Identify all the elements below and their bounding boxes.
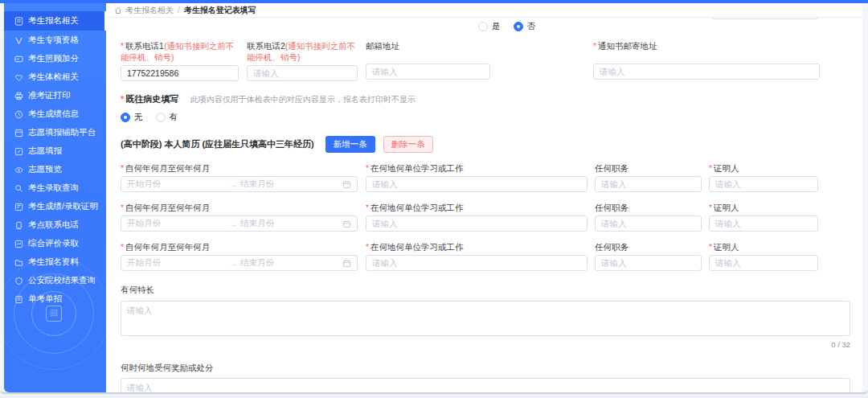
exam-icon (14, 295, 23, 304)
phone-icon (14, 221, 23, 230)
place-input[interactable] (366, 176, 588, 192)
duty-input[interactable] (595, 255, 702, 271)
sidebar-item-admission-ticket-print[interactable]: 准考证打印 (4, 87, 106, 105)
sidebar-item-admission-query[interactable]: 考生录取查询 (4, 179, 106, 197)
breadcrumb-section[interactable]: 考生报名相关 (125, 5, 174, 16)
sidebar-item-label: 志愿填报辅助平台 (28, 127, 96, 138)
sidebar-item-volunteer-assist-platform[interactable]: 志愿填报辅助平台 (4, 124, 106, 142)
sidebar-item-registration-materials[interactable]: 考生报名资料 (4, 253, 106, 271)
medical-radio-none[interactable] (121, 113, 130, 122)
sidebar-item-bonus-points[interactable]: 考生照顾加分 (4, 50, 106, 68)
period-label: 自何年何月至何年何月 (121, 162, 358, 174)
medical-radio-group: 无 有 (121, 112, 862, 123)
fill-icon (14, 147, 23, 156)
duty-input[interactable] (595, 176, 702, 192)
delete-row-button[interactable]: 删除一条 (383, 136, 433, 153)
email-input[interactable] (366, 64, 490, 80)
duty-input[interactable] (595, 215, 702, 232)
phone2-field: 联系电话2(通知书接到之前不能停机、销号) (247, 40, 358, 81)
duty-label: 任何职务 (595, 202, 702, 213)
sidebar-item-score-admission-certificate[interactable]: 考生成绩/录取证明 (4, 198, 106, 215)
sidebar-item-label: 考生成绩/录取证明 (28, 201, 98, 212)
date-range-picker[interactable]: 开始月份 → 结束月份 (121, 255, 358, 271)
sidebar-item-label: 志愿预览 (28, 164, 62, 175)
place-input[interactable] (366, 255, 588, 271)
top-radio-yes[interactable] (478, 22, 488, 31)
awards-textarea[interactable] (121, 378, 850, 392)
specialty-label: 有何特长 (121, 284, 862, 295)
sidebar-item-label: 考生成绩信息 (28, 109, 79, 120)
sidebar-item-single-exam[interactable]: 单考单招 (4, 290, 106, 308)
medical-radio-have[interactable] (156, 113, 166, 122)
place-input[interactable] (366, 215, 588, 232)
phone2-input[interactable] (247, 65, 358, 81)
add-row-button[interactable]: 新增一条 (326, 136, 375, 153)
date-range-picker[interactable]: 开始月份 → 结束月份 (121, 215, 358, 232)
place-label: 在何地何单位学习或工作 (366, 202, 588, 213)
resume-row: 自何年何月至何年何月 开始月份 → 结束月份 在何地何单位学习或工作 任何职务 (121, 202, 862, 232)
score-icon (14, 110, 23, 119)
health-icon (14, 73, 23, 82)
phone1-input[interactable] (121, 65, 239, 81)
sidebar: 考生报名相关 考生专项资格 考生照顾加分 考生体检相关 准考证打印 考生成绩信息… (4, 3, 106, 392)
duty-label: 任何职务 (595, 241, 702, 252)
resume-row: 自何年何月至何年何月 开始月份 → 结束月份 在何地何单位学习或工作 任何职务 (121, 241, 862, 271)
sidebar-item-physical-exam[interactable]: 考生体检相关 (4, 68, 106, 86)
sidebar-item-police-college-result[interactable]: 公安院校结果查询 (4, 272, 106, 289)
query-icon (14, 184, 23, 193)
medical-history-section: 既往病史填写 此项内容仅用于体检表中的对应内容显示，报名表打印时不显示 无 有 (121, 91, 862, 123)
print-icon (14, 92, 23, 101)
witness-label: 证明人 (709, 162, 818, 174)
form-icon (14, 17, 23, 26)
sidebar-item-special-qualification[interactable]: 考生专项资格 (4, 31, 106, 49)
email-label: 邮箱地址 (366, 40, 490, 61)
sidebar-item-test-center-phone[interactable]: 考点联系电话 (4, 216, 106, 234)
sidebar-item-comprehensive-evaluation[interactable]: 综合评价录取 (4, 235, 106, 252)
resume-title: (高中阶段) 本人简历 (应往届生只填高中三年经历) (121, 138, 314, 150)
main-panel: 是 否 考生报名相关 / 考生报名登记表填写 是 否 (106, 3, 862, 392)
sidebar-item-label: 考生体检相关 (28, 72, 79, 83)
place-label: 在何地何单位学习或工作 (366, 241, 588, 252)
duty-label: 任何职务 (595, 162, 702, 174)
sidebar-item-label: 单考单招 (28, 293, 62, 305)
sidebar-item-volunteer-fill[interactable]: 志愿填报 (4, 142, 106, 160)
contact-row: 联系电话1(通知书接到之前不能停机、销号) 联系电话2(通知书接到之前不能停机、… (121, 40, 862, 81)
witness-input[interactable] (709, 255, 818, 271)
specialty-textarea[interactable] (121, 301, 850, 336)
sidebar-item-label: 考生报名相关 (28, 15, 79, 27)
witness-label: 证明人 (709, 241, 818, 252)
sidebar-item-score-info[interactable]: 考生成绩信息 (4, 105, 106, 123)
sidebar-item-label: 考生照顾加分 (28, 53, 79, 64)
sidebar-item-label: 考生专项资格 (28, 35, 79, 46)
breadcrumb-current: 考生报名登记表填写 (184, 5, 256, 16)
range-arrow-icon: → (229, 259, 237, 268)
mail-address-input[interactable] (593, 64, 820, 80)
material-icon (14, 258, 23, 267)
preview-icon (14, 166, 23, 174)
police-icon (14, 277, 23, 285)
date-range-picker[interactable]: 开始月份 → 结束月份 (121, 176, 358, 192)
sidebar-item-volunteer-preview[interactable]: 志愿预览 (4, 161, 106, 178)
witness-input[interactable] (709, 176, 818, 192)
bonus-icon (14, 55, 23, 64)
top-radio-no[interactable] (514, 22, 523, 31)
form-content: 是 否 联系电话1(通知书接到之前不能停机、销号) 联系电话2(通知书接到之前不… (106, 21, 862, 392)
calendar-icon (342, 180, 351, 189)
place-label: 在何地何单位学习或工作 (366, 162, 588, 174)
resume-row: 自何年何月至何年何月 开始月份 → 结束月份 在何地何单位学习或工作 任何职务 (121, 162, 862, 192)
range-arrow-icon: → (229, 180, 237, 189)
qualification-icon (14, 36, 23, 45)
breadcrumb: 考生报名相关 / 考生报名登记表填写 (106, 3, 862, 18)
home-icon (114, 6, 122, 14)
period-label: 自何年何月至何年何月 (121, 202, 358, 213)
calendar-icon (342, 259, 351, 268)
witness-label: 证明人 (709, 202, 818, 213)
phone1-field: 联系电话1(通知书接到之前不能停机、销号) (121, 40, 239, 81)
sidebar-item-label: 考生报名资料 (28, 256, 79, 268)
platform-icon (14, 129, 23, 137)
awards-section: 何时何地受何奖励或处分 0 / 64 (121, 362, 862, 392)
sidebar-item-label: 综合评价录取 (28, 238, 79, 249)
sidebar-item-registration[interactable]: 考生报名相关 (4, 11, 106, 31)
witness-input[interactable] (709, 215, 818, 232)
sidebar-item-label: 考生录取查询 (28, 183, 79, 194)
